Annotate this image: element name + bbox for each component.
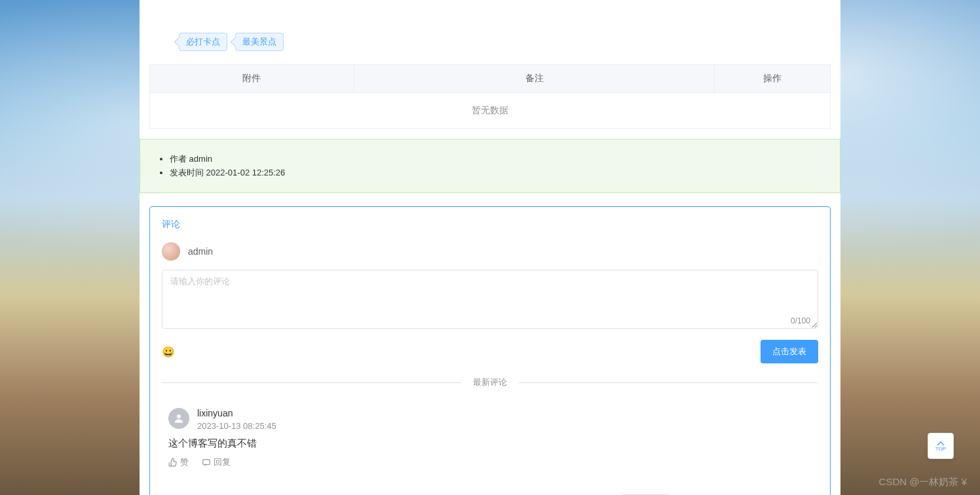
back-to-top-button[interactable]: TOP — [928, 433, 954, 459]
comment-time: 2023-10-13 08:25:45 — [197, 421, 276, 431]
tags-row: 必打卡点 最美景点 — [140, 0, 840, 64]
svg-rect-1 — [203, 460, 210, 465]
divider-label: 最新评论 — [461, 377, 519, 387]
table-header-remark: 备注 — [354, 65, 715, 93]
tag-item[interactable]: 必打卡点 — [179, 33, 227, 51]
current-user-name: admin — [188, 246, 213, 257]
comment-card: 评论 admin 0/100 😀 点击发表 最新评论 lixinyuan 202 — [149, 206, 831, 495]
post-author: 作者 admin — [170, 153, 820, 165]
avatar — [168, 408, 189, 429]
attachment-table: 附件 备注 操作 暂无数据 — [149, 64, 831, 129]
divider: 最新评论 — [162, 376, 818, 388]
svg-point-0 — [177, 414, 181, 418]
post-publish-time: 发表时间 2022-01-02 12:25:26 — [170, 167, 820, 179]
comment-item: lixinyuan 2023-10-13 08:25:45 这个博客写的真不错 … — [162, 401, 818, 481]
tag-item[interactable]: 最美景点 — [235, 33, 284, 51]
submit-comment-button[interactable]: 点击发表 — [761, 340, 818, 363]
like-button[interactable]: 赞 — [168, 456, 189, 468]
chat-icon — [202, 458, 211, 467]
char-count: 0/100 — [791, 316, 810, 325]
table-empty-text: 暂无数据 — [150, 93, 831, 129]
avatar — [162, 242, 180, 261]
emoji-picker-icon[interactable]: 😀 — [162, 346, 175, 358]
current-user-row: admin — [162, 242, 818, 261]
comment-section-title: 评论 — [162, 219, 818, 230]
thumbs-up-icon — [168, 458, 178, 467]
reply-button[interactable]: 回复 — [202, 456, 231, 468]
comment-author: lixinyuan — [197, 408, 276, 418]
table-header-attachment: 附件 — [150, 65, 354, 93]
post-info-box: 作者 admin 发表时间 2022-01-02 12:25:26 — [140, 139, 840, 193]
comment-content: 这个博客写的真不错 — [168, 437, 818, 450]
pagination: 共 1 条 10条/页 1 前往 页 — [162, 481, 818, 495]
caret-up-icon — [937, 441, 945, 446]
table-header-action: 操作 — [715, 65, 831, 93]
comment-input[interactable] — [162, 270, 818, 329]
watermark: CSDN @一林奶茶 ¥ — [879, 476, 967, 488]
